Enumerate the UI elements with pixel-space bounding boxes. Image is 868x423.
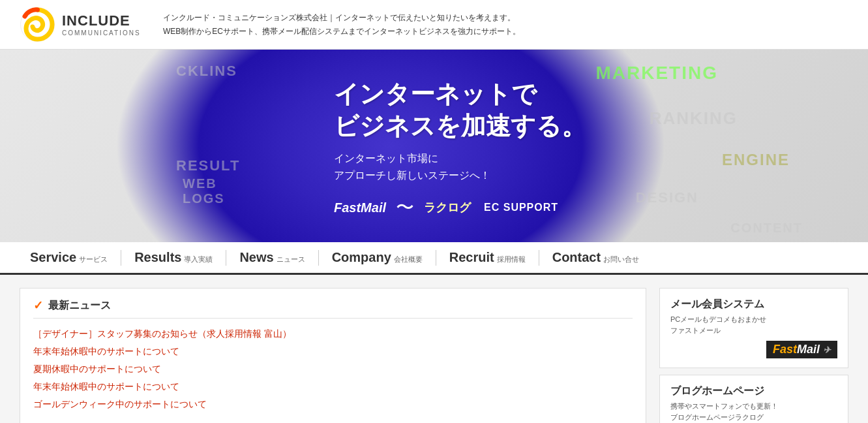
puzzle-word-ranking: RANKING (650, 108, 738, 129)
header-tagline: インクルード・コミュニケーションズ株式会社｜インターネットで伝えたいと知りたいを… (163, 11, 520, 38)
main-content: ✓ 最新ニュース ［デザイナー］スタッフ募集のお知らせ（求人採用情報 富山） 年… (0, 275, 868, 423)
nav-divider-3 (318, 250, 319, 266)
news-link-3[interactable]: 年末年始休暇中のサポートについて (33, 381, 179, 392)
news-title-text: 最新ニュース (48, 299, 111, 313)
logo-text: INCLUDE COMMUNICATIONS (62, 12, 141, 37)
nav-recruit-label: Recruit (449, 250, 494, 265)
nav-results[interactable]: Results 導入実績 (124, 242, 223, 275)
puzzle-word-engine: ENGINE (722, 151, 790, 169)
sidebar-fastmail-desc: PCメールもデコメもおまかせファストメール (670, 314, 837, 336)
nav-contact[interactable]: Contact お問い合せ (542, 242, 650, 275)
logo-name: INCLUDE (62, 12, 141, 29)
news-section: ✓ 最新ニュース ［デザイナー］スタッフ募集のお知らせ（求人採用情報 富山） 年… (20, 288, 646, 423)
news-link-4[interactable]: ゴールデンウィーク中のサポートについて (33, 399, 207, 409)
puzzle-word-cklins: CKLINS (176, 63, 237, 80)
nav-company-label: Company (332, 250, 391, 265)
sidebar-card-fastmail[interactable]: メール会員システム PCメールもデコメもおまかせファストメール FastMail… (659, 288, 848, 368)
hero-content: インターネットで ビジネスを加速する。 インターネット市場に アプローチし新しい… (282, 78, 586, 221)
list-item: 年末年始休暇中のサポートについて (33, 381, 633, 393)
sidebar-card-rakurog[interactable]: ブログホームページ 携帯やスマートフォンでも更新！ブログホームページラクログ ラ… (659, 375, 848, 423)
hero-logos: FastMail 〜 ラクログ EC SUPPORT (334, 195, 586, 220)
sidebar-fastmail-logo-area: FastMail ✈ (670, 341, 837, 358)
hero-sub-text: インターネット市場に アプローチし新しいステージへ！ (334, 150, 586, 183)
fastmail-logo: FastMail ✈ (766, 341, 837, 358)
left-content: ✓ 最新ニュース ［デザイナー］スタッフ募集のお知らせ（求人採用情報 富山） 年… (20, 288, 646, 423)
logo-area[interactable]: INCLUDE COMMUNICATIONS (20, 7, 150, 42)
puzzle-word-content: CONTENT (730, 221, 803, 236)
hero-line2: ビジネスを加速する。 (334, 110, 586, 142)
hero-logo-rakurog: ラクログ (424, 200, 471, 215)
nav-results-label: Results (134, 250, 181, 265)
header: INCLUDE COMMUNICATIONS インクルード・コミュニケーションズ… (0, 0, 868, 50)
news-list: ［デザイナー］スタッフ募集のお知らせ（求人採用情報 富山） 年末年始休暇中のサポ… (33, 328, 633, 411)
nav-divider-4 (436, 250, 436, 266)
nav-contact-label: Contact (552, 250, 601, 265)
puzzle-word-result: RESULT (176, 157, 240, 174)
nav-recruit-jp: 採用情報 (497, 255, 526, 264)
hero-sub-line2: アプローチし新しいステージへ！ (334, 167, 586, 184)
nav-service-label: Service (30, 250, 76, 265)
nav-news[interactable]: News ニュース (229, 242, 315, 275)
news-link-1[interactable]: 年末年始休暇中のサポートについて (33, 346, 179, 356)
nav-results-jp: 導入実績 (184, 255, 213, 264)
hero-logo-ecsupport: EC SUPPORT (484, 202, 558, 213)
hero-banner: CKLINS RESULT MARKETING RANKING ENGINE W… (0, 50, 868, 242)
nav-divider-2 (226, 250, 226, 266)
list-item: 夏期休暇中のサポートについて (33, 363, 633, 375)
hero-main-text: インターネットで ビジネスを加速する。 (334, 78, 586, 143)
nav-service-jp: サービス (79, 255, 108, 264)
hero-line1: インターネットで (334, 78, 586, 110)
tagline-line2: WEB制作からECサポート、携帯メール配信システムまでインターネットビジネスを強… (163, 25, 520, 38)
hero-logo-fastmail: FastMail (334, 200, 386, 215)
list-item: 年末年始休暇中のサポートについて (33, 345, 633, 358)
nav-divider-5 (539, 250, 539, 266)
nav-service[interactable]: Service サービス (20, 242, 118, 275)
nav-news-jp: ニュース (277, 255, 305, 264)
puzzle-word-weblogs: WEBLOGS (183, 176, 225, 206)
sidebar-rakurog-title: ブログホームページ (670, 384, 837, 398)
tagline-line1: インクルード・コミュニケーションズ株式会社｜インターネットで伝えたいと知りたいを… (163, 11, 520, 24)
nav-company-jp: 会社概要 (394, 255, 423, 264)
nav-divider-1 (121, 250, 121, 266)
nav-news-label: News (239, 250, 273, 265)
news-link-0[interactable]: ［デザイナー］スタッフ募集のお知らせ（求人採用情報 富山） (33, 328, 292, 339)
logo-icon (20, 7, 55, 42)
list-item: ゴールデンウィーク中のサポートについて (33, 398, 633, 411)
logo-sub: COMMUNICATIONS (62, 29, 141, 37)
sidebar-fastmail-title: メール会員システム (670, 298, 837, 311)
sidebar-rakurog-desc: 携帯やスマートフォンでも更新！ブログホームページラクログ (670, 401, 837, 422)
puzzle-word-marketing: MARKETING (595, 63, 718, 84)
navigation: Service サービス Results 導入実績 News ニュース Comp… (0, 242, 868, 275)
puzzle-word-design: DESIGN (636, 189, 698, 206)
nav-recruit[interactable]: Recruit 採用情報 (439, 242, 536, 275)
nav-company[interactable]: Company 会社概要 (322, 242, 433, 275)
news-section-title: ✓ 最新ニュース (33, 298, 633, 319)
news-title-icon: ✓ (33, 298, 43, 313)
news-link-2[interactable]: 夏期休暇中のサポートについて (33, 364, 161, 374)
right-sidebar: メール会員システム PCメールもデコメもおまかせファストメール FastMail… (659, 288, 848, 423)
hero-sub-line1: インターネット市場に (334, 150, 586, 167)
list-item: ［デザイナー］スタッフ募集のお知らせ（求人採用情報 富山） (33, 328, 633, 340)
nav-contact-jp: お問い合せ (603, 255, 639, 264)
